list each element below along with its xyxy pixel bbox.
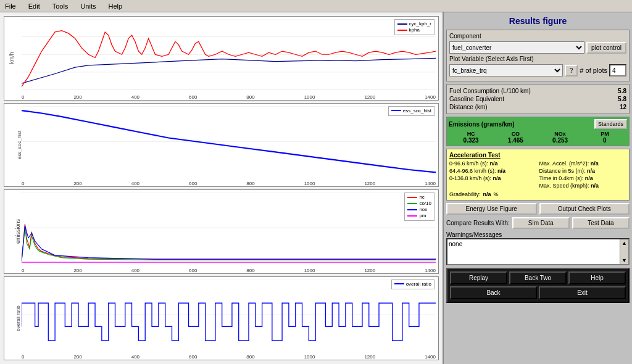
em-pm-label: PM: [583, 131, 627, 137]
em-hc-value: 0.323: [449, 137, 493, 144]
distance-label: Distance (km): [449, 104, 488, 110]
xaxis-emissions: 0200400600800100012001400: [22, 268, 436, 273]
replay-btn[interactable]: Replay: [450, 271, 507, 284]
gradeability-value: n/a: [483, 191, 491, 197]
accel-time-04km-label: Time in 0.4km (s): n/a: [539, 175, 627, 181]
em-co-label: CO: [493, 131, 538, 137]
ylabel-emissions: emissions: [15, 219, 21, 244]
em-hc-label: HC: [449, 131, 493, 137]
gradeability-unit: %: [494, 191, 499, 197]
legend-emissions: hc co/10 nox pm: [404, 192, 434, 221]
xaxis-soc: 0200400600800100012001400: [22, 181, 436, 186]
accel-title: Acceleration Test: [449, 152, 626, 159]
em-pm-value: 0: [583, 137, 627, 144]
right-panel: Results figure Component fuel_converter …: [444, 12, 632, 364]
em-nox-label: NOx: [538, 131, 583, 137]
menu-help[interactable]: Help: [106, 2, 125, 10]
xaxis-speed: 0200400600800100012001400: [22, 94, 436, 100]
back-two-btn[interactable]: Back Two: [509, 271, 567, 284]
menu-tools[interactable]: Tools: [50, 2, 71, 10]
menu-edit[interactable]: Edit: [26, 2, 43, 10]
back-btn[interactable]: Back: [450, 286, 537, 299]
accel-0-136-label: 0-136.8 km/h (s): n/a: [449, 175, 537, 181]
chart-ratio: overall ratio 15 5 0 0200400600800100012…: [4, 276, 439, 361]
question-btn[interactable]: ?: [565, 65, 578, 77]
nplots-label: # of plots: [580, 67, 607, 74]
accel-dist-5s-label: Distance in 5s (m): n/a: [539, 168, 627, 174]
plot-variable-select[interactable]: fc_brake_trq: [449, 64, 563, 77]
compare-label: Compare Results With:: [446, 220, 510, 226]
accel-0-96-label: 0-96.6 km/h (s): n/a: [449, 160, 537, 167]
legend-cyc-kph-r: cyc_kph_r: [409, 21, 431, 27]
gasoline-equiv-value: 5.8: [618, 96, 626, 102]
ylabel-ratio: overall ratio: [15, 305, 21, 331]
component-select[interactable]: fuel_converter: [449, 41, 584, 54]
gasoline-equiv-label: Gasoline Equivalent: [449, 96, 504, 102]
component-label: Component: [449, 33, 626, 39]
warnings-text: none: [447, 239, 620, 264]
accel-64-96-label: 64.4-96.6 km/h (s): n/a: [449, 168, 537, 174]
sim-data-btn[interactable]: Sim Data: [512, 217, 570, 229]
legend-nox: nox: [419, 207, 427, 212]
legend-kpha: kpha: [409, 27, 420, 33]
emissions-label: Emissions (grams/km): [449, 121, 515, 128]
menubar: File Edit Tools Units Help: [0, 0, 632, 12]
standards-btn[interactable]: Standards: [594, 119, 627, 129]
legend-co10: co/10: [419, 201, 431, 206]
accel-max-accel-label: Max. Accel. (m/s^2): n/a: [539, 160, 627, 167]
chart-emissions: emissions 0.2 0.1 0: [4, 189, 439, 274]
panel-title: Results figure: [446, 15, 630, 27]
nplots-input[interactable]: 4: [609, 64, 626, 77]
menu-file[interactable]: File: [2, 2, 19, 10]
energy-figure-btn[interactable]: Energy Use Figure: [446, 203, 537, 215]
legend-hc: hc: [419, 194, 424, 200]
output-check-btn[interactable]: Output Check Plots: [539, 203, 630, 215]
accel-empty: [449, 183, 537, 189]
plot-control-btn[interactable]: plot control: [586, 42, 626, 54]
xaxis-ratio: 0200400600800100012001400: [22, 354, 436, 360]
plot-variable-label: Plot Variable (Select Axis First): [449, 56, 626, 62]
ylabel-speed: km/h: [9, 52, 15, 64]
help-btn[interactable]: Help: [568, 271, 626, 284]
chart-speed: km/h 100 50 0: [4, 16, 439, 101]
gradeability-label: Gradeability:: [449, 191, 481, 197]
em-co-value: 1.465: [493, 137, 538, 144]
legend-pm: pm: [419, 213, 426, 218]
legend-soc-hist: ess_soc_hist: [403, 108, 431, 114]
legend-ratio: overall ratio: [391, 279, 434, 289]
fuel-consumption-label: Fuel Consumption (L/100 km): [449, 88, 531, 94]
menu-units[interactable]: Units: [78, 2, 98, 10]
chart-area: km/h 100 50 0: [0, 12, 444, 364]
legend-overall-ratio: overall ratio: [406, 281, 431, 287]
distance-value: 12: [620, 104, 626, 110]
em-nox-value: 0.253: [538, 137, 583, 144]
scroll-down[interactable]: ▼: [622, 257, 627, 263]
warnings-area: none ▲ ▼: [446, 238, 630, 265]
exit-btn[interactable]: Exit: [539, 286, 626, 299]
scroll-up[interactable]: ▲: [622, 240, 627, 246]
warnings-label: Warnings/Messages: [446, 231, 630, 238]
fuel-consumption-value: 5.8: [618, 88, 626, 94]
test-data-btn[interactable]: Test Data: [572, 217, 630, 229]
chart-soc: ess_soc_hist 0.7 0.66 0.62 0200400600800…: [4, 103, 439, 188]
legend-soc: ess_soc_hist: [388, 106, 434, 116]
legend-speed: cyc_kph_r kpha: [394, 19, 434, 35]
accel-max-speed-label: Max. Speed (kmph): n/a: [539, 183, 627, 189]
